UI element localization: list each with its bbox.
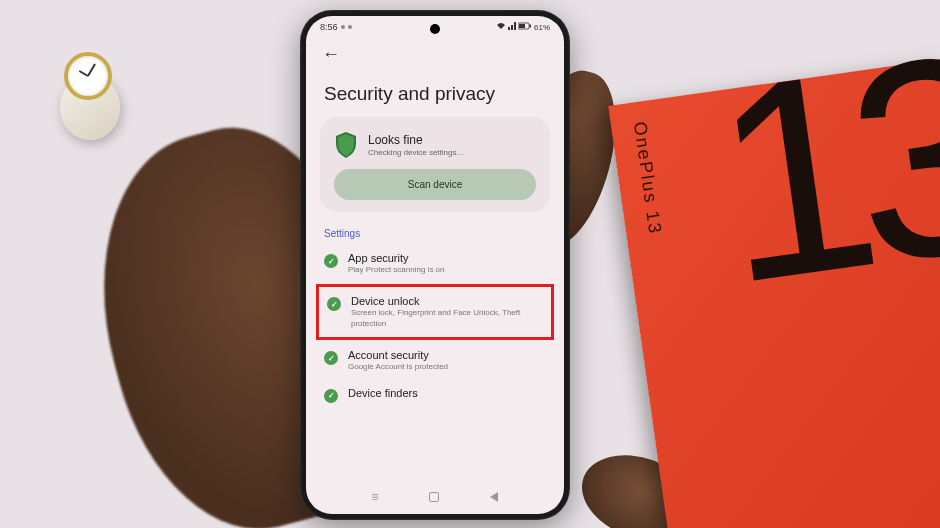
list-item-account-security[interactable]: Account security Google Account is prote… <box>306 342 564 379</box>
status-subtitle: Checking device settings... <box>368 148 536 157</box>
wifi-icon <box>496 22 506 32</box>
desk-clock <box>50 50 130 140</box>
list-item-app-security[interactable]: App security Play Protect scanning is on <box>306 245 564 282</box>
recents-icon[interactable]: ≡ <box>371 490 378 504</box>
item-subtitle: Play Protect scanning is on <box>348 265 546 275</box>
item-title: App security <box>348 252 546 264</box>
back-button[interactable]: ← <box>306 34 564 69</box>
check-icon <box>324 351 338 365</box>
svg-rect-2 <box>529 25 531 28</box>
back-nav-icon[interactable] <box>490 492 498 502</box>
item-title: Device finders <box>348 387 546 399</box>
page-title: Security and privacy <box>306 69 564 117</box>
item-title: Device unlock <box>351 295 543 307</box>
list-item-device-unlock[interactable]: Device unlock Screen lock, Fingerprint a… <box>327 291 543 333</box>
check-icon <box>327 297 341 311</box>
navigation-bar: ≡ <box>306 484 564 510</box>
phone-screen: 8:56 61% ← Security and privacy <box>306 16 564 514</box>
shield-icon <box>334 131 358 159</box>
item-title: Account security <box>348 349 546 361</box>
security-status-card: Looks fine Checking device settings... S… <box>320 117 550 212</box>
status-title: Looks fine <box>368 133 536 147</box>
svg-rect-1 <box>519 24 525 28</box>
highlight-box: Device unlock Screen lock, Fingerprint a… <box>316 284 554 340</box>
status-time: 8:56 <box>320 22 338 32</box>
check-icon <box>324 254 338 268</box>
front-camera <box>430 24 440 34</box>
box-brand-label: OnePlus 13 <box>629 120 666 236</box>
notification-dot-icon <box>348 25 352 29</box>
notification-dot-icon <box>341 25 345 29</box>
oneplus-box: OnePlus 13 13 <box>608 59 940 528</box>
list-item-device-finders[interactable]: Device finders <box>306 380 564 410</box>
box-model-number: 13 <box>702 25 940 312</box>
scan-device-button[interactable]: Scan device <box>334 169 536 200</box>
item-subtitle: Screen lock, Fingerprint and Face Unlock… <box>351 308 543 329</box>
arrow-back-icon: ← <box>322 44 340 64</box>
battery-percent: 61% <box>534 23 550 32</box>
check-icon <box>324 389 338 403</box>
signal-icon <box>508 22 516 32</box>
section-label: Settings <box>306 212 564 245</box>
battery-icon <box>518 22 532 32</box>
item-subtitle: Google Account is protected <box>348 362 546 372</box>
home-icon[interactable] <box>429 492 439 502</box>
phone-device: 8:56 61% ← Security and privacy <box>300 10 570 520</box>
